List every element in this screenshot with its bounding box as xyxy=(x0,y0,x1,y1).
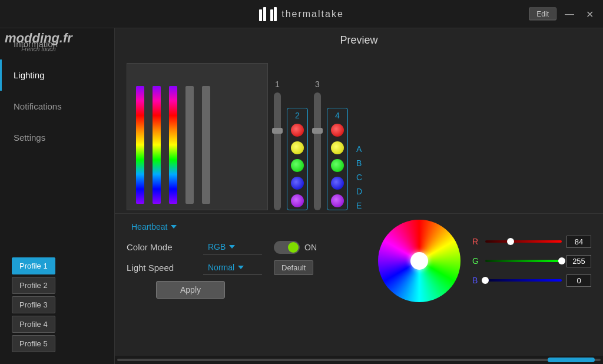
main-content: Preview xyxy=(115,28,603,364)
rgb-r-value[interactable]: 84 xyxy=(566,236,591,248)
channel-2-dots xyxy=(291,124,304,207)
dot-2-yellow xyxy=(291,141,304,154)
rgb-g-track[interactable] xyxy=(485,260,562,262)
sidebar-item-lighting[interactable]: Lighting xyxy=(0,59,114,91)
scroll-track[interactable] xyxy=(117,359,601,361)
profile-5-button[interactable]: Profile 5 xyxy=(12,335,55,352)
dot-4-purple xyxy=(331,194,344,207)
default-button[interactable]: Default xyxy=(274,260,313,275)
window-controls: Edit — ✕ xyxy=(529,7,597,21)
titlebar: thermaltake Edit — ✕ xyxy=(0,0,603,28)
app-logo: thermaltake xyxy=(259,7,344,21)
toggle-thumb xyxy=(288,242,299,253)
profile-1-button[interactable]: Profile 1 xyxy=(12,257,55,274)
sidebar-item-settings[interactable]: Settings xyxy=(0,122,114,153)
logo-icon xyxy=(259,7,277,21)
on-off-toggle[interactable] xyxy=(274,241,300,254)
channel-4-col: 4 xyxy=(327,108,348,210)
preview-box xyxy=(127,63,268,210)
rgb-g-label: G xyxy=(472,256,481,266)
svg-rect-0 xyxy=(259,9,262,21)
channel-3-slider[interactable] xyxy=(314,92,321,210)
speed-dropdown[interactable]: Normal xyxy=(203,260,262,275)
rgb-r-row: R 84 xyxy=(472,236,591,248)
effect-dropdown-arrow xyxy=(171,225,177,229)
watermark-text: modding.fr xyxy=(5,31,72,46)
light-speed-label: Light Speed xyxy=(127,263,191,273)
color-mode-dropdown[interactable]: RGB xyxy=(203,240,262,254)
svg-rect-1 xyxy=(263,7,266,21)
channel-3-col: 3 xyxy=(314,80,321,210)
channel-4-dots xyxy=(331,124,344,207)
rgb-b-label: B xyxy=(472,276,481,285)
preview-container: 1 2 3 xyxy=(127,51,591,210)
color-wheel-area: R 84 G 255 B xyxy=(378,220,591,302)
rgb-sliders: R 84 G 255 B xyxy=(472,236,591,287)
channel-3-thumb xyxy=(312,128,323,134)
dot-2-purple xyxy=(291,194,304,207)
effect-dropdown[interactable]: Heartbeat xyxy=(127,220,181,234)
rgb-b-row: B 0 xyxy=(472,274,591,287)
letter-c: C xyxy=(356,173,362,182)
sidebar-nav: Information Lighting Notifications Setti… xyxy=(0,28,114,250)
rgb-b-track[interactable] xyxy=(485,279,562,282)
preview-slider-4 xyxy=(185,86,194,204)
app-title: thermaltake xyxy=(281,9,344,19)
sidebar-item-notifications[interactable]: Notifications xyxy=(0,91,114,122)
toggle-container: ON xyxy=(274,241,317,254)
preview-area: Preview xyxy=(115,28,603,213)
minimize-button[interactable]: — xyxy=(561,8,578,21)
letter-e: E xyxy=(356,201,362,210)
dot-2-green xyxy=(291,159,304,172)
channel-2-num: 2 xyxy=(295,111,300,120)
toggle-label: ON xyxy=(304,243,317,252)
controls-panel: Heartbeat Color Mode RGB ON Light Speed … xyxy=(115,213,603,364)
dot-4-yellow xyxy=(331,141,344,154)
edit-button[interactable]: Edit xyxy=(529,8,556,21)
color-mode-arrow xyxy=(229,245,235,249)
preview-title: Preview xyxy=(127,34,591,47)
dot-4-green xyxy=(331,159,344,172)
channel-1-num: 1 xyxy=(275,80,280,89)
channel-letters: A B C D E xyxy=(356,133,362,210)
watermark-sub: French touch xyxy=(5,46,72,52)
dot-2-blue xyxy=(291,177,304,190)
channel-2-col: 2 xyxy=(287,108,308,210)
bottom-scrollbar xyxy=(115,356,603,364)
rainbow-fill-2 xyxy=(153,86,161,204)
channel-3-num: 3 xyxy=(315,80,320,89)
rgb-b-value[interactable]: 0 xyxy=(566,274,591,287)
effect-label: Heartbeat xyxy=(131,222,167,231)
channel-4-num: 4 xyxy=(335,111,340,120)
apply-button[interactable]: Apply xyxy=(156,281,225,299)
rainbow-fill-3 xyxy=(169,86,177,204)
rgb-r-thumb xyxy=(507,238,514,245)
channel-1-slider[interactable] xyxy=(274,92,281,210)
rgb-b-thumb xyxy=(482,277,489,284)
preview-slider-1 xyxy=(136,86,144,204)
dot-4-blue xyxy=(331,177,344,190)
color-mode-label: Color Mode xyxy=(127,242,191,252)
rgb-g-value[interactable]: 255 xyxy=(566,255,591,267)
close-button[interactable]: ✕ xyxy=(582,7,597,21)
channel-1-thumb xyxy=(272,128,283,134)
dot-2-red xyxy=(291,124,304,137)
rgb-r-track[interactable] xyxy=(485,240,562,243)
color-wheel[interactable] xyxy=(378,220,460,302)
color-mode-value: RGB xyxy=(208,242,226,252)
letter-d: D xyxy=(356,187,362,196)
rgb-g-row: G 255 xyxy=(472,255,591,267)
channel-1-col: 1 xyxy=(274,80,281,210)
profile-3-button[interactable]: Profile 3 xyxy=(12,296,55,313)
profile-4-button[interactable]: Profile 4 xyxy=(12,316,55,333)
preview-sliders xyxy=(136,70,210,204)
sidebar-profiles: Profile 1 Profile 2 Profile 3 Profile 4 … xyxy=(0,250,114,364)
dot-4-red xyxy=(331,124,344,137)
profile-2-button[interactable]: Profile 2 xyxy=(12,277,55,294)
speed-dropdown-arrow xyxy=(238,266,244,269)
speed-value: Normal xyxy=(208,263,234,272)
scroll-thumb xyxy=(548,358,595,362)
preview-slider-2 xyxy=(153,86,161,204)
preview-slider-3 xyxy=(169,86,177,204)
sidebar: Information Lighting Notifications Setti… xyxy=(0,28,115,364)
